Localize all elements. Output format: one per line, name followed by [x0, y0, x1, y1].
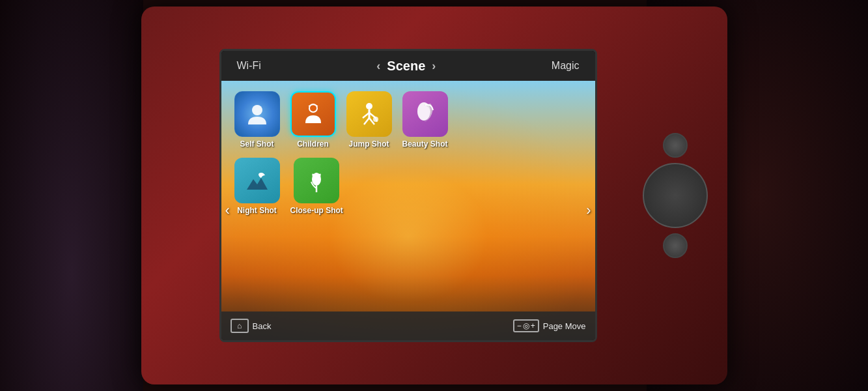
- closeup-shot-label: Close-up Shot: [290, 206, 343, 215]
- main-content: ‹ › Self Shot: [221, 81, 595, 340]
- scene-item-night-shot[interactable]: Night Shot: [234, 158, 280, 215]
- nav-arrow-left[interactable]: ‹: [376, 59, 380, 73]
- closeup-shot-icon: [294, 158, 339, 203]
- jump-shot-icon: [346, 91, 392, 137]
- dpad[interactable]: [643, 163, 708, 228]
- bottom-bar: ⌂ Back − ◎ + Page Move: [221, 311, 595, 340]
- dot-icon: ◎: [523, 321, 529, 330]
- night-shot-label: Night Shot: [237, 206, 277, 215]
- camera-screen: Wi-Fi ‹ Scene › Magic ‹ ›: [219, 49, 597, 342]
- nav-title-group: ‹ Scene ›: [376, 59, 436, 74]
- scene-row-1: Self Shot Children: [234, 91, 582, 149]
- nav-bar: Wi-Fi ‹ Scene › Magic: [221, 51, 595, 81]
- nav-arrow-right[interactable]: ›: [432, 59, 436, 73]
- nav-wifi[interactable]: Wi-Fi: [237, 60, 261, 72]
- jump-shot-label: Jump Shot: [349, 139, 389, 149]
- shutter-button[interactable]: [663, 133, 688, 158]
- ok-button[interactable]: [663, 233, 688, 258]
- back-button[interactable]: ⌂ Back: [231, 319, 272, 333]
- svg-line-7: [364, 118, 369, 124]
- page-move-control: − ◎ + Page Move: [513, 319, 586, 332]
- nav-magic[interactable]: Magic: [552, 60, 580, 72]
- scene-item-jump-shot[interactable]: Jump Shot: [346, 91, 392, 149]
- scene-item-closeup-shot[interactable]: Close-up Shot: [290, 158, 343, 215]
- scene-item-self-shot[interactable]: Self Shot: [234, 91, 280, 149]
- nav-title-text: Scene: [387, 59, 425, 74]
- self-shot-label: Self Shot: [240, 139, 273, 149]
- bg-left: [0, 0, 143, 391]
- back-label: Back: [253, 321, 272, 331]
- beauty-shot-icon: [402, 91, 448, 137]
- scene-grid: Self Shot Children: [221, 81, 595, 224]
- svg-point-2: [310, 105, 316, 111]
- page-move-ctrl[interactable]: − ◎ +: [513, 319, 539, 332]
- scene-item-beauty-shot[interactable]: Beauty Shot: [402, 91, 448, 149]
- page-move-label: Page Move: [543, 321, 586, 331]
- plus-icon: +: [531, 321, 535, 330]
- svg-point-3: [366, 103, 372, 109]
- scene-item-children[interactable]: Children: [290, 91, 336, 149]
- night-shot-icon: [234, 158, 280, 203]
- camera-controls: [643, 133, 708, 258]
- scene-next-arrow[interactable]: ›: [586, 202, 591, 219]
- children-icon: [290, 91, 336, 137]
- scene-prev-arrow[interactable]: ‹: [225, 202, 230, 219]
- svg-point-0: [252, 105, 262, 115]
- scene-row-2: Night Shot Close-up Shot: [234, 158, 582, 215]
- minus-icon: −: [517, 321, 522, 330]
- beauty-shot-label: Beauty Shot: [402, 139, 448, 149]
- back-home-icon: ⌂: [231, 319, 249, 333]
- children-label: Children: [297, 139, 329, 149]
- self-shot-icon: [234, 91, 280, 137]
- svg-marker-12: [247, 178, 268, 190]
- camera-body: Wi-Fi ‹ Scene › Magic ‹ ›: [141, 7, 727, 384]
